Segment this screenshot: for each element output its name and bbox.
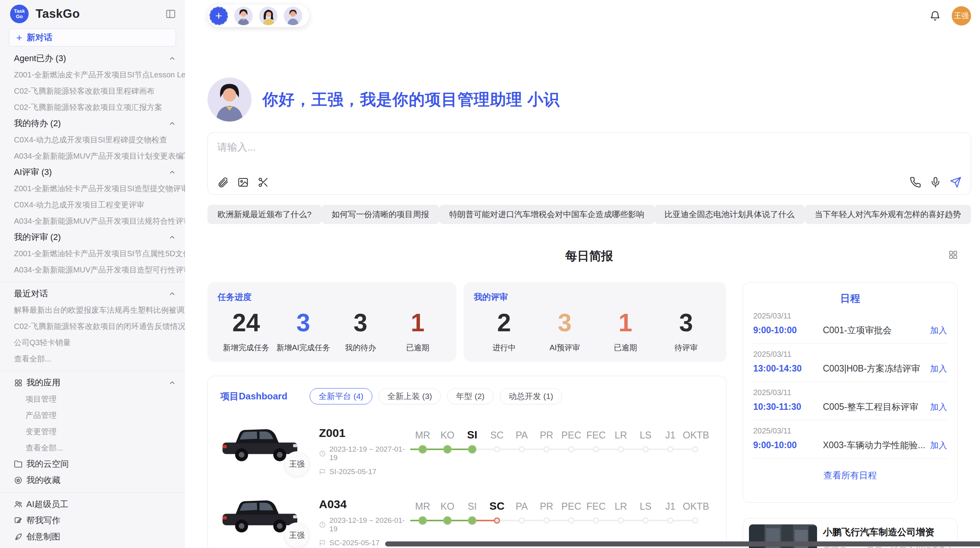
card-title: 我的评审	[474, 291, 716, 303]
composer-toolbar	[217, 176, 961, 188]
schedule-item: 2025/03/11 9:00-10:00 X003-车辆动力学性能验... 加…	[743, 420, 957, 451]
milestone-sc: SC	[485, 428, 509, 457]
notification-bell-icon[interactable]	[929, 10, 941, 22]
milestone-j1: J1	[658, 499, 683, 529]
stat-my-todo: 3 我的待办	[332, 306, 389, 353]
tab-new-body[interactable]: 全新上装 (3)	[379, 388, 441, 404]
stat-in-progress: 2 进行中	[474, 306, 535, 353]
sidebar-task-item[interactable]: Z001-全新燃油皮卡产品开发项目SI节点Lesson Learn报告	[0, 67, 185, 83]
sidebar-item-creative-draw[interactable]: 创意制图	[0, 529, 185, 545]
sidebar-item-ai-employee[interactable]: AI超级员工	[0, 496, 185, 512]
divider	[0, 488, 185, 496]
milestone-track: MRKOSISCPAPRPECFECLRLSJ1OKTB	[410, 499, 708, 529]
milestone-mr: MR	[410, 428, 435, 457]
tab-model-year[interactable]: 年型 (2)	[447, 388, 493, 404]
image-upload-icon[interactable]	[237, 176, 249, 188]
suggestion-chip[interactable]: 当下年轻人对汽车外观有怎样的喜好趋势	[805, 205, 971, 224]
milestone-dot-oktb	[692, 517, 698, 524]
voice-call-icon[interactable]	[910, 176, 921, 188]
layout-grid-icon[interactable]	[948, 250, 958, 260]
section-ai-review[interactable]: AI评审 (3)	[0, 164, 185, 180]
join-meeting-link[interactable]: 加入	[930, 440, 947, 451]
microphone-icon[interactable]	[930, 176, 941, 188]
sidebar-task-item[interactable]: A034-全新新能源MUV产品开发项目法规符合性评审	[0, 213, 185, 229]
milestone-dot-fec	[593, 446, 599, 452]
join-meeting-link[interactable]: 加入	[930, 401, 947, 413]
schedule-card: 日程 2025/03/11 9:00-10:00 C001-立项审批会 加入 2…	[743, 282, 958, 503]
schedule-item: 2025/03/11 9:00-10:00 C001-立项审批会 加入	[743, 305, 957, 336]
stat-review-overdue: 1 已逾期	[595, 306, 656, 353]
section-my-todo[interactable]: 我的待办 (2)	[0, 115, 185, 132]
tab-new-platform[interactable]: 全新平台 (4)	[310, 388, 372, 404]
clock-icon	[319, 450, 326, 457]
section-my-review[interactable]: 我的评审 (2)	[0, 229, 185, 245]
sidebar-task-item[interactable]: C0X4-动力总成开发项目工程变更评审	[0, 197, 185, 213]
project-code: A034	[319, 498, 407, 511]
sidebar-task-item[interactable]: A034-全新新能源MUV产品开发项目造型可行性评审	[0, 262, 185, 278]
agent-avatar-3[interactable]	[284, 7, 302, 25]
recent-chat-item[interactable]: C02-飞腾新能源轻客改款项目的闭环通告反馈情况	[0, 318, 185, 334]
app-item-product-mgmt[interactable]: 产品管理	[0, 407, 185, 423]
app-item-change-mgmt[interactable]: 变更管理	[0, 423, 185, 440]
suggestion-chip[interactable]: 特朗普可能对进口汽车增税会对中国车企造成哪些影响	[439, 205, 654, 224]
ai-employee-label: AI超级员工	[26, 498, 69, 510]
join-meeting-link[interactable]: 加入	[930, 325, 947, 336]
app-logo: Task Go	[10, 5, 29, 23]
sidebar-task-item[interactable]: C02-飞腾新能源轻客改款项目立项汇报方案	[0, 99, 185, 115]
suggestion-chip[interactable]: 如何写一份清晰的项目周报	[322, 205, 439, 224]
stats-row: 任务进度 24 新增完成任务 3 新增AI完成任务 3 我的待办	[207, 282, 726, 362]
project-row-a034[interactable]: 王强 A034 2023-12-19 ~ 2026-01-19 SC-2025-…	[220, 495, 714, 547]
view-all-schedule-link[interactable]: 查看所有日程	[743, 469, 957, 481]
sidebar-task-item[interactable]: Z001-全新燃油轻卡产品开发项目SI节点属性5D文件评审	[0, 245, 185, 262]
milestone-pa: PA	[509, 428, 534, 457]
users-icon	[14, 500, 22, 509]
sidebar-item-help-write[interactable]: 帮我写作	[0, 512, 185, 529]
schedule-title: 日程	[743, 292, 957, 305]
agent-avatar-2[interactable]	[259, 7, 278, 25]
view-all-apps[interactable]: 查看全部...	[0, 440, 185, 456]
send-icon[interactable]	[950, 176, 961, 188]
right-column: 日程 2025/03/11 9:00-10:00 C001-立项审批会 加入 2…	[743, 282, 958, 548]
daily-brief-title: 每日简报	[207, 248, 971, 264]
agent-avatar-1[interactable]	[234, 7, 253, 25]
user-avatar[interactable]: 王强	[952, 6, 971, 26]
add-agent-button[interactable]: +	[209, 7, 228, 25]
stat-ai-prereview: 3 AI预评审	[535, 306, 595, 353]
sidebar-task-item[interactable]: Z001-全新燃油轻卡产品开发项目SI造型提交物评审	[0, 180, 185, 197]
app-item-project-mgmt[interactable]: 项目管理	[0, 391, 185, 407]
join-meeting-link[interactable]: 加入	[930, 363, 947, 375]
chevron-up-icon	[168, 168, 176, 176]
chat-input[interactable]	[217, 141, 961, 153]
collapse-sidebar-icon[interactable]	[165, 9, 176, 19]
schedule-item: 2025/03/11 13:00-14:30 C003|H0B-方案冻结评审 加…	[743, 344, 957, 375]
plus-icon: +	[16, 33, 22, 43]
horizontal-scrollbar[interactable]	[385, 541, 980, 546]
attachment-icon[interactable]	[217, 176, 229, 188]
sidebar-task-item[interactable]: A034-全新新能源MUV产品开发项目计划变更表编写	[0, 148, 185, 164]
milestone-oktb: OKTB	[683, 428, 708, 457]
sidebar-task-item[interactable]: C02-飞腾新能源轻客改款项目里程碑画布	[0, 83, 185, 99]
section-title: 我的待办 (2)	[14, 118, 61, 129]
sidebar-item-favorites[interactable]: 我的收藏	[0, 472, 185, 488]
section-title: 我的应用	[26, 377, 60, 389]
section-recent-chats[interactable]: 最近对话	[0, 286, 185, 302]
app-name: TaskGo	[36, 7, 165, 21]
recent-chat-item[interactable]: 解释最新出台的欧盟报废车法规再生塑料比例被调至15%...	[0, 302, 185, 318]
dashboard-tabs: 全新平台 (4) 全新上装 (3) 年型 (2) 动总开发 (1)	[310, 388, 562, 404]
milestone-pa: PA	[509, 499, 534, 529]
project-row-z001[interactable]: 王强 Z001 2023-12-19 ~ 2027-01-19 SI-2025-…	[220, 424, 714, 476]
sidebar-item-cloud-space[interactable]: 我的云空间	[0, 456, 185, 472]
milestone-si: SI	[460, 499, 485, 529]
section-agent-done[interactable]: Agent已办 (3)	[0, 50, 185, 67]
milestone-dot-mr	[418, 516, 427, 525]
logo-row: Task Go TaskGo	[0, 0, 185, 28]
suggestion-chip[interactable]: 欧洲新规最近颁布了什么?	[207, 205, 322, 224]
view-all-chats[interactable]: 查看全部...	[0, 351, 185, 367]
tab-powertrain[interactable]: 动总开发 (1)	[500, 388, 562, 404]
screenshot-scissors-icon[interactable]	[257, 176, 269, 188]
recent-chat-item[interactable]: 公司Q3轻卡销量	[0, 334, 185, 351]
sidebar-task-item[interactable]: C0X4-动力总成开发项目SI里程碑提交物检查	[0, 132, 185, 148]
suggestion-chip[interactable]: 比亚迪全固态电池计划具体说了什么	[654, 205, 805, 224]
section-my-apps[interactable]: 我的应用	[0, 375, 185, 391]
new-chat-button[interactable]: + 新对话	[9, 29, 176, 46]
